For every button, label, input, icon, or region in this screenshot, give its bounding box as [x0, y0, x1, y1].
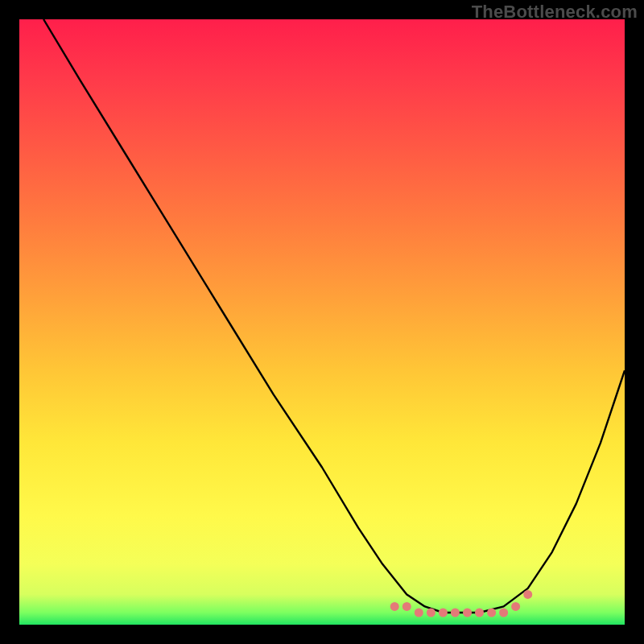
bottleneck-curve — [43, 19, 625, 613]
curve-path-group — [43, 19, 625, 613]
marker-dot — [523, 590, 532, 599]
plot-area — [19, 19, 625, 625]
marker-dot — [499, 609, 508, 617]
chart-frame: TheBottleneck.com — [0, 0, 644, 644]
marker-dot — [415, 609, 423, 617]
marker-dot — [451, 609, 460, 617]
marker-dot — [487, 609, 496, 617]
marker-dot — [439, 609, 448, 617]
marker-dot — [390, 602, 399, 611]
marker-dot — [463, 609, 472, 617]
marker-dot — [427, 609, 436, 617]
chart-svg — [19, 19, 625, 625]
marker-dot — [511, 602, 520, 611]
marker-dot — [475, 609, 484, 617]
marker-dot — [402, 602, 411, 611]
